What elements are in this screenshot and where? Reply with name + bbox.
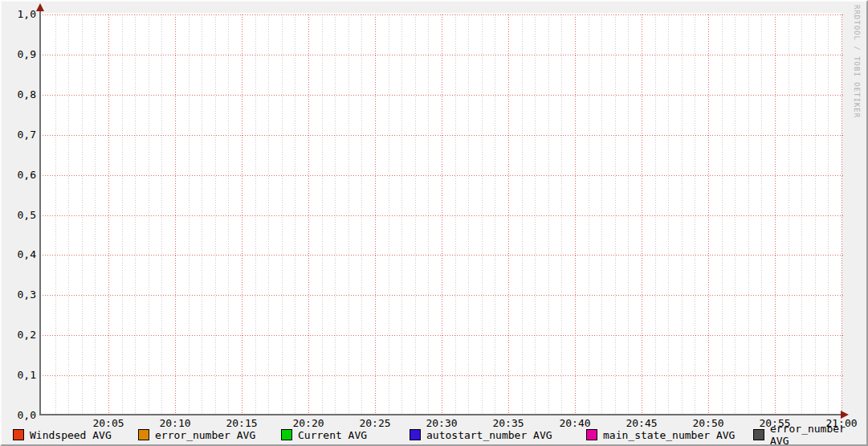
x-tick-label: 20:45: [609, 418, 674, 429]
y-axis-line: [39, 7, 41, 415]
x-axis-line: [39, 414, 843, 415]
legend-label: error_number AVG: [770, 423, 866, 446]
legend-item: Windspeed AVG: [13, 428, 112, 441]
legend-item: error_number AVG: [753, 428, 866, 441]
legend-label: error_number AVG: [155, 429, 255, 441]
x-tick-label: 20:50: [676, 418, 740, 429]
legend-label: main_state_number AVG: [603, 429, 735, 441]
y-tick-label: 0,2: [2, 329, 36, 341]
major-gridline-horizontal: [40, 375, 843, 376]
y-tick-label: 0,8: [2, 89, 36, 100]
x-tick-label: 20:40: [543, 418, 607, 429]
major-gridline-horizontal: [40, 55, 843, 55]
major-gridline-horizontal: [40, 255, 843, 256]
legend-label: autostart_number AVG: [426, 429, 552, 441]
legend-item: Current AVG: [281, 428, 367, 441]
major-gridline-horizontal: [40, 135, 843, 136]
major-gridline-horizontal: [40, 175, 843, 176]
y-tick-label: 0,0: [2, 410, 36, 421]
y-axis-arrow-icon: [36, 3, 44, 11]
y-tick-label: 0,4: [2, 249, 36, 260]
y-tick-label: 0,7: [2, 129, 36, 141]
legend-swatch-icon: [586, 429, 597, 440]
legend-label: Current AVG: [298, 429, 367, 441]
legend-swatch-icon: [281, 429, 292, 440]
x-tick-label: 20:25: [343, 418, 407, 429]
y-tick-label: 1,0: [2, 9, 36, 20]
rrdtool-graph: 1,00,90,80,70,60,50,40,30,20,10,0 20:052…: [0, 0, 868, 446]
legend-item: error_number AVG: [138, 428, 255, 441]
y-tick-label: 0,3: [2, 289, 36, 301]
x-tick-label: 20:20: [276, 418, 340, 429]
x-tick-label: 20:35: [476, 418, 540, 429]
x-tick-label: 20:05: [76, 418, 141, 429]
legend-swatch-icon: [753, 429, 764, 440]
legend-item: main_state_number AVG: [586, 428, 735, 441]
major-gridline-horizontal: [40, 215, 843, 216]
legend-swatch-icon: [13, 429, 24, 440]
major-gridline-horizontal: [40, 335, 843, 336]
y-tick-label: 0,1: [2, 370, 36, 381]
legend-swatch-icon: [410, 429, 421, 440]
major-gridline-horizontal: [40, 14, 843, 15]
major-gridline-horizontal: [40, 295, 843, 296]
x-tick-label: 20:15: [210, 418, 274, 429]
x-tick-label: 20:10: [143, 418, 207, 429]
legend-swatch-icon: [138, 429, 149, 440]
y-tick-label: 0,5: [2, 210, 36, 221]
x-tick-label: 20:30: [410, 418, 474, 429]
major-gridline-horizontal: [40, 95, 843, 96]
legend-item: autostart_number AVG: [410, 428, 552, 441]
y-tick-label: 0,9: [2, 49, 36, 60]
rrdtool-watermark: RRDTOOL / TOBI OETIKER: [853, 5, 861, 118]
legend-label: Windspeed AVG: [30, 429, 112, 441]
y-tick-label: 0,6: [2, 170, 36, 181]
